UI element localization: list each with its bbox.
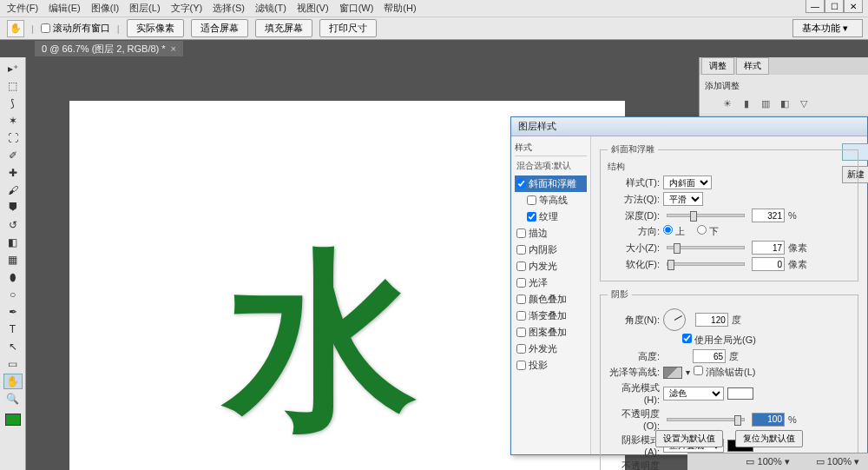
hand-tool[interactable]: ✋ bbox=[3, 374, 23, 389]
blur-tool[interactable]: ⬮ bbox=[3, 269, 23, 285]
panel-title: 添加调整 bbox=[705, 80, 863, 92]
vibrance-icon[interactable]: ▽ bbox=[797, 97, 811, 109]
struct-legend: 结构 bbox=[608, 161, 625, 173]
path-tool[interactable]: ↖ bbox=[3, 339, 23, 354]
maximize-button[interactable]: ☐ bbox=[825, 0, 844, 13]
fit-screen-button[interactable]: 适合屏幕 bbox=[191, 19, 248, 37]
brightness-icon[interactable]: ☀ bbox=[720, 97, 734, 109]
document-tab[interactable]: 0 @ 66.7% (图层 2, RGB/8) * × bbox=[35, 41, 183, 56]
menu-filter[interactable]: 滤镜(T) bbox=[255, 2, 286, 15]
direction-label: 方向: bbox=[608, 225, 660, 238]
dir-up[interactable]: 上 bbox=[663, 225, 685, 238]
lasso-tool[interactable]: ⟆ bbox=[3, 96, 23, 111]
highlight-color-swatch[interactable] bbox=[727, 387, 753, 400]
menu-type[interactable]: 文字(Y) bbox=[171, 2, 203, 15]
pen-tool[interactable]: ✒ bbox=[3, 304, 23, 320]
soften-label: 软化(F): bbox=[608, 258, 660, 271]
gradient-tool[interactable]: ▦ bbox=[3, 252, 23, 268]
style-item[interactable]: 内发光 bbox=[515, 258, 587, 275]
style-item[interactable]: 图案叠加 bbox=[515, 324, 587, 341]
hand-tool-icon[interactable]: ✋ bbox=[7, 20, 24, 37]
menu-select[interactable]: 选择(S) bbox=[213, 2, 245, 15]
fill-screen-button[interactable]: 填充屏幕 bbox=[255, 19, 312, 37]
style-item[interactable]: 斜面和浮雕 bbox=[515, 175, 587, 192]
actual-pixels-button[interactable]: 实际像素 bbox=[127, 19, 184, 37]
marquee-tool[interactable]: ⬚ bbox=[3, 78, 23, 94]
layer-style-dialog: 图层样式 新建 样式 混合选项:默认 斜面和浮雕等高线纹理描边内阴影内发光光泽颜… bbox=[510, 116, 868, 455]
blend-options[interactable]: 混合选项:默认 bbox=[515, 158, 587, 175]
style-item[interactable]: 等高线 bbox=[515, 192, 587, 209]
zoom-tool[interactable]: 🔍 bbox=[3, 391, 23, 407]
close-button[interactable]: ✕ bbox=[844, 0, 863, 13]
zoom-2: ▭ 100% ▾ bbox=[816, 456, 859, 467]
stamp-tool[interactable]: ⛊ bbox=[3, 200, 23, 215]
depth-slider[interactable] bbox=[667, 214, 745, 217]
highlight-opacity-label: 不透明度(O): bbox=[608, 407, 660, 431]
type-tool[interactable]: T bbox=[3, 321, 23, 337]
style-item[interactable]: 光泽 bbox=[515, 275, 587, 291]
style-select[interactable]: 内斜面 bbox=[663, 175, 712, 189]
style-item[interactable]: 外发光 bbox=[515, 341, 587, 357]
technique-select[interactable]: 平滑 bbox=[663, 192, 703, 206]
workspace-selector[interactable]: 基本功能 ▾ bbox=[792, 19, 863, 37]
style-item[interactable]: 描边 bbox=[515, 225, 587, 242]
exposure-icon[interactable]: ◧ bbox=[778, 97, 792, 109]
eraser-tool[interactable]: ◧ bbox=[3, 235, 23, 250]
dialog-title[interactable]: 图层样式 bbox=[511, 117, 867, 136]
depth-input[interactable] bbox=[752, 209, 785, 222]
move-tool[interactable]: ▸⁺ bbox=[3, 61, 23, 76]
scroll-all-checkbox[interactable]: 滚动所有窗口 bbox=[41, 22, 110, 35]
highlight-opacity-input[interactable] bbox=[752, 413, 785, 427]
antialias-checkbox[interactable]: 消除锯齿(L) bbox=[694, 366, 756, 379]
menu-image[interactable]: 图像(I) bbox=[91, 2, 119, 15]
size-slider[interactable] bbox=[667, 246, 745, 249]
heal-tool[interactable]: ✚ bbox=[3, 165, 23, 181]
style-item[interactable]: 颜色叠加 bbox=[515, 291, 587, 308]
bevel-legend: 斜面和浮雕 bbox=[608, 143, 658, 156]
close-icon[interactable]: × bbox=[171, 43, 176, 54]
shadow-opacity-label: 不透明度(C): bbox=[608, 460, 660, 470]
angle-input[interactable] bbox=[695, 313, 728, 327]
dir-down[interactable]: 下 bbox=[697, 225, 719, 238]
eyedropper-tool[interactable]: ✐ bbox=[3, 148, 23, 163]
angle-label: 角度(N): bbox=[608, 314, 660, 327]
style-list: 样式 混合选项:默认 斜面和浮雕等高线纹理描边内阴影内发光光泽颜色叠加渐变叠加图… bbox=[511, 136, 591, 454]
menu-window[interactable]: 窗口(W) bbox=[339, 2, 374, 15]
history-brush-tool[interactable]: ↺ bbox=[3, 217, 23, 233]
angle-dial[interactable] bbox=[663, 308, 686, 331]
shape-tool[interactable]: ▭ bbox=[3, 356, 23, 372]
minimize-button[interactable]: — bbox=[806, 0, 825, 13]
set-default-button[interactable]: 设置为默认值 bbox=[655, 430, 723, 447]
levels-icon[interactable]: ▮ bbox=[740, 97, 753, 109]
tab-styles[interactable]: 样式 bbox=[736, 57, 769, 75]
style-item[interactable]: 内阴影 bbox=[515, 242, 587, 258]
global-light-checkbox[interactable]: 使用全局光(G) bbox=[682, 334, 756, 347]
soften-input[interactable] bbox=[752, 257, 785, 271]
tab-adjustments[interactable]: 调整 bbox=[701, 57, 734, 75]
style-label: 样式(T): bbox=[608, 176, 660, 189]
curves-icon[interactable]: ▥ bbox=[759, 97, 773, 109]
style-item[interactable]: 渐变叠加 bbox=[515, 308, 587, 324]
crop-tool[interactable]: ⛶ bbox=[3, 130, 23, 146]
brush-tool[interactable]: 🖌 bbox=[3, 182, 23, 198]
menu-view[interactable]: 视图(V) bbox=[297, 2, 329, 15]
menu-help[interactable]: 帮助(H) bbox=[384, 2, 416, 15]
reset-default-button[interactable]: 复位为默认值 bbox=[735, 430, 803, 447]
highlight-opacity-slider[interactable] bbox=[667, 418, 745, 421]
style-item[interactable]: 纹理 bbox=[515, 209, 587, 225]
highlight-mode-label: 高光模式(H): bbox=[608, 381, 660, 405]
altitude-input[interactable] bbox=[693, 349, 726, 363]
soften-slider[interactable] bbox=[667, 262, 745, 266]
size-input[interactable] bbox=[752, 241, 785, 255]
highlight-mode-select[interactable]: 滤色 bbox=[663, 387, 724, 400]
menu-file[interactable]: 文件(F) bbox=[7, 2, 38, 15]
style-item[interactable]: 投影 bbox=[515, 357, 587, 374]
dodge-tool[interactable]: ○ bbox=[3, 287, 23, 302]
wand-tool[interactable]: ✶ bbox=[3, 113, 23, 129]
canvas-text-layer: 水 bbox=[226, 214, 417, 470]
foreground-swatch[interactable] bbox=[5, 414, 21, 426]
print-size-button[interactable]: 打印尺寸 bbox=[319, 19, 377, 37]
gloss-contour[interactable] bbox=[663, 367, 682, 379]
menu-layer[interactable]: 图层(L) bbox=[129, 2, 160, 15]
menu-edit[interactable]: 编辑(E) bbox=[49, 2, 81, 15]
